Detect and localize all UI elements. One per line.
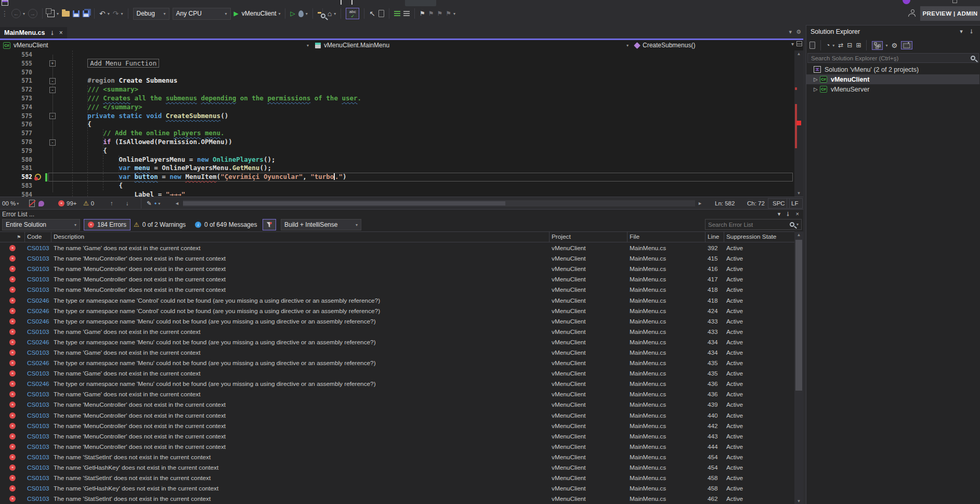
previous-issue-icon[interactable]: ↑ <box>110 197 113 210</box>
filter-dropdown-icon[interactable]: ▾ <box>832 43 834 48</box>
pin-panel-icon[interactable]: ⊸ <box>785 212 791 216</box>
start-without-debugging-icon[interactable]: ▷ <box>290 7 295 20</box>
code-line[interactable]: 584 Label = "→→→" <box>0 190 803 197</box>
scroll-down-icon[interactable]: ▼ <box>794 499 803 503</box>
code-line[interactable]: 577 // Add the online players menu. <box>0 129 803 138</box>
collapse-all-icon[interactable]: ⊟ <box>847 42 852 49</box>
error-list-scrollbar[interactable]: ▲ ▼ <box>794 231 803 504</box>
next-issue-icon[interactable]: ↓ <box>126 197 129 210</box>
pending-changes-filter-icon[interactable]: ◔ <box>826 42 830 49</box>
close-tab-icon[interactable]: × <box>59 29 63 36</box>
error-row[interactable]: ×CS0103The name 'StatSetInt' does not ex… <box>0 452 794 462</box>
column-suppression-state[interactable]: Suppression State <box>724 232 794 242</box>
warnings-filter-toggle[interactable]: ⚠ 0 of 2 Warnings <box>130 219 189 230</box>
open-file-icon[interactable] <box>62 11 70 17</box>
start-dropdown-icon[interactable]: ▾ <box>278 11 280 16</box>
switch-views-icon[interactable] <box>809 42 815 49</box>
window-position-dropdown-icon[interactable]: ▾ <box>960 28 963 35</box>
paste-document-icon[interactable] <box>378 10 384 17</box>
feedback-person-icon[interactable] <box>908 9 917 18</box>
code-fix-pen-icon[interactable]: ✎ ✦ ▾ <box>147 197 160 210</box>
error-row[interactable]: ×CS0103The name 'MenuController' does no… <box>0 410 794 421</box>
bookmarks-dropdown-icon[interactable]: ▾ <box>453 11 455 16</box>
undo-icon[interactable]: ↶ <box>99 7 106 20</box>
startup-project-label[interactable]: vMenuClient <box>242 10 277 17</box>
new-project-icon[interactable] <box>47 10 55 17</box>
show-all-files-dropdown-icon[interactable]: ▾ <box>885 43 887 48</box>
error-row[interactable]: ×CS0103The name 'MenuController' does no… <box>0 264 794 274</box>
format-selection-icon[interactable] <box>403 11 410 16</box>
search-icon[interactable] <box>790 222 794 227</box>
code-line[interactable]: 554 <box>0 50 803 59</box>
collapse-region-icon[interactable]: - <box>49 113 56 119</box>
error-row[interactable]: ×CS0246The type or namespace name 'Menu'… <box>0 358 794 368</box>
document-errors-indicator[interactable]: × 99+ <box>58 197 77 210</box>
new-project-dropdown-icon[interactable]: ▾ <box>57 11 59 16</box>
nav-member-dropdown[interactable]: CreateSubmenus() <box>632 40 787 50</box>
expander-icon[interactable]: ▷ <box>814 86 820 92</box>
previous-bookmark-icon[interactable]: ⚑ <box>428 7 434 20</box>
notification-badge[interactable] <box>903 0 910 4</box>
editor-horizont-scrollbar[interactable] <box>183 200 695 206</box>
error-row[interactable]: ×CS0103The name 'Game' does not exist in… <box>0 389 794 399</box>
nav-type-dropdown[interactable]: vMenuClient.MainMenu ▾ <box>312 40 632 50</box>
code-line[interactable]: 574 /// </summary> <box>0 103 803 112</box>
code-line[interactable]: 572- /// <summary> <box>0 85 803 94</box>
error-row[interactable]: ×CS0103The name 'StatSetInt' does not ex… <box>0 494 794 504</box>
scrollbar-options-dropdown-icon[interactable]: ▾ <box>791 41 794 47</box>
format-document-icon[interactable] <box>394 11 400 16</box>
scrollbar-thumb[interactable] <box>795 240 802 391</box>
document-list-dropdown-icon[interactable]: ▾ <box>789 29 792 35</box>
hot-reload-dropdown-icon[interactable]: ▾ <box>306 11 308 16</box>
clear-bookmarks-icon[interactable]: ⚑ <box>446 7 451 20</box>
scroll-down-icon[interactable]: ▼ <box>794 191 803 196</box>
home-window-icon[interactable]: ⌂ <box>328 7 332 20</box>
redo-dropdown-icon[interactable]: ▾ <box>121 11 123 16</box>
sync-with-active-document-icon[interactable]: ⇄ <box>838 42 843 49</box>
redo-icon[interactable]: ↷ <box>113 7 119 20</box>
error-row[interactable]: ×CS0246The type or namespace name 'Menu'… <box>0 316 794 327</box>
code-line[interactable]: 581 var menu = OnlinePlayersMenu.GetMenu… <box>0 164 803 173</box>
error-list-search-input[interactable]: Search Error List ▾ <box>705 219 802 230</box>
properties-wrench-icon[interactable]: ⚙ <box>891 42 897 49</box>
build-intellisense-select[interactable]: Build + IntelliSense ▾ <box>281 219 361 230</box>
scroll-up-icon[interactable]: ▲ <box>794 232 803 237</box>
error-row[interactable]: ×CS0246The type or namespace name 'Menu'… <box>0 379 794 389</box>
quick-actions-icon[interactable] <box>35 174 41 180</box>
scroll-right-icon[interactable]: ► <box>698 197 702 210</box>
collapse-region-icon[interactable]: - <box>49 78 56 84</box>
toggle-bookmark-icon[interactable]: ⚑ <box>420 7 425 20</box>
error-row[interactable]: ×CS0103The name 'Game' does not exist in… <box>0 327 794 337</box>
document-health-icon[interactable] <box>29 197 35 210</box>
code-line[interactable]: 575- private static void CreateSubmenus(… <box>0 112 803 121</box>
search-dropdown-icon[interactable]: ▾ <box>796 222 799 227</box>
save-all-icon[interactable] <box>83 10 89 17</box>
error-row[interactable]: ×CS0103The name 'Game' does not exist in… <box>0 243 794 253</box>
error-row[interactable]: ×CS0246The type or namespace name 'Contr… <box>0 306 794 316</box>
column-severity[interactable]: ⚑ <box>0 232 25 242</box>
error-row[interactable]: ×CS0103The name 'MenuController' does no… <box>0 442 794 452</box>
search-icon[interactable] <box>971 56 975 60</box>
error-row[interactable]: ×CS0103The name 'MenuController' does no… <box>0 253 794 264</box>
tab-mainmenu-cs[interactable]: MainMenu.cs ⊸ × <box>0 27 67 38</box>
navigate-forward-icon[interactable]: → <box>28 9 37 18</box>
spell-check-toggle[interactable]: abc ✓ <box>346 8 359 19</box>
column-code[interactable]: Code <box>25 232 51 242</box>
save-icon[interactable] <box>73 10 80 17</box>
error-scope-select[interactable]: Entire Solution ▾ <box>2 219 80 230</box>
expander-icon[interactable]: ▷ <box>814 76 820 82</box>
code-line[interactable]: 579 { <box>0 147 803 156</box>
scroll-up-icon[interactable]: ▲ <box>794 51 803 56</box>
selection-cursor-icon[interactable]: ↖ <box>369 7 375 20</box>
nav-project-dropdown[interactable]: C# vMenuClient ▾ <box>0 40 312 50</box>
error-row[interactable]: ×CS0103The name 'MenuController' does no… <box>0 431 794 442</box>
column-line[interactable]: Line <box>705 232 724 242</box>
tree-item-vmenuserver[interactable]: ▷C#vMenuServer <box>806 84 979 94</box>
window-position-dropdown-icon[interactable]: ▾ <box>778 211 781 217</box>
code-line[interactable]: 570 <box>0 68 803 77</box>
code-editor[interactable]: 554555+ Add Menu Function570571- #region… <box>0 50 803 197</box>
error-row[interactable]: ×CS0246The type or namespace name 'Contr… <box>0 295 794 305</box>
error-row[interactable]: ×CS0103The name 'GetHashKey' does not ex… <box>0 462 794 473</box>
home-dropdown-icon[interactable]: ▾ <box>334 11 336 16</box>
error-row[interactable]: ×CS0103The name 'MenuController' does no… <box>0 274 794 285</box>
